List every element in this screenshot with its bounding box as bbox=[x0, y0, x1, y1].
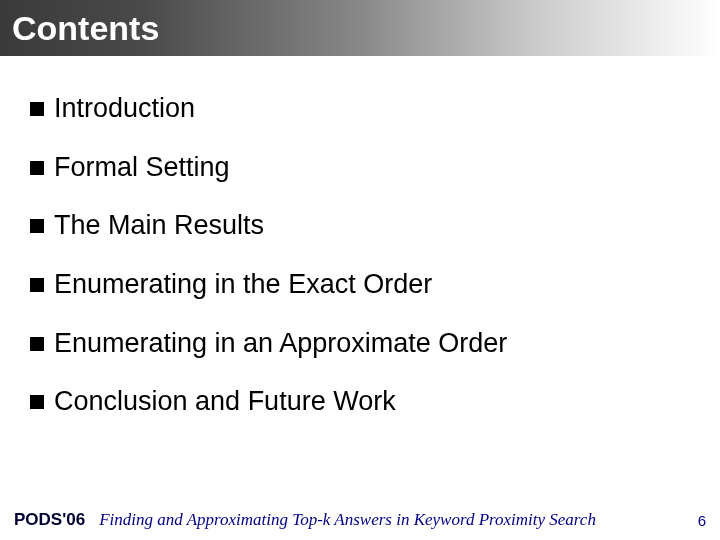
list-item: Conclusion and Future Work bbox=[30, 387, 690, 417]
list-item-label: Enumerating in an Approximate Order bbox=[54, 329, 507, 359]
slide-footer: PODS'06 Finding and Approximating Top-k … bbox=[0, 510, 720, 530]
list-item: Formal Setting bbox=[30, 153, 690, 183]
list-item: Enumerating in the Exact Order bbox=[30, 270, 690, 300]
bullet-icon bbox=[30, 395, 44, 409]
list-item: Introduction bbox=[30, 94, 690, 124]
list-item-label: Introduction bbox=[54, 94, 195, 124]
bullet-icon bbox=[30, 102, 44, 116]
list-item-label: Enumerating in the Exact Order bbox=[54, 270, 432, 300]
list-item: Enumerating in an Approximate Order bbox=[30, 329, 690, 359]
slide-title: Contents bbox=[12, 9, 159, 48]
list-item-label: Formal Setting bbox=[54, 153, 230, 183]
bullet-icon bbox=[30, 278, 44, 292]
conference-badge: PODS'06 bbox=[14, 510, 85, 530]
paper-title: Finding and Approximating Top-k Answers … bbox=[99, 510, 698, 530]
bullet-icon bbox=[30, 161, 44, 175]
bullet-icon bbox=[30, 219, 44, 233]
list-item-label: The Main Results bbox=[54, 211, 264, 241]
list-item: The Main Results bbox=[30, 211, 690, 241]
bullet-icon bbox=[30, 337, 44, 351]
slide-header: Contents bbox=[0, 0, 720, 56]
list-item-label: Conclusion and Future Work bbox=[54, 387, 396, 417]
page-number: 6 bbox=[698, 512, 706, 529]
contents-list: Introduction Formal Setting The Main Res… bbox=[0, 56, 720, 417]
